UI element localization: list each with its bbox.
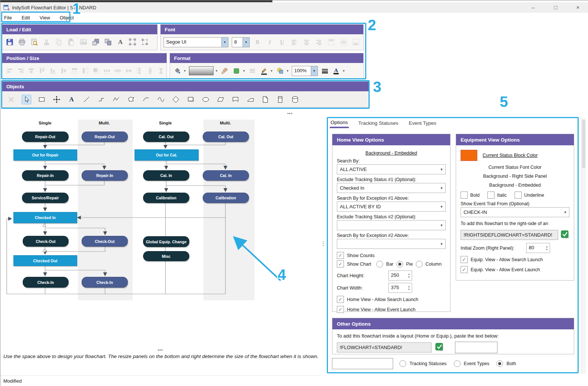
chart-type-pie-radio[interactable] bbox=[396, 261, 403, 268]
polygon-icon[interactable] bbox=[127, 95, 136, 104]
chevron-down-icon[interactable]: ▼ bbox=[183, 69, 186, 73]
elbow-line-icon[interactable] bbox=[97, 95, 106, 104]
chevron-down-icon[interactable]: ▼ bbox=[215, 69, 218, 73]
flow-node-cal-out[interactable]: Cal. Out bbox=[143, 132, 189, 142]
font-size-select[interactable]: 8 ▼ bbox=[232, 37, 250, 47]
chart-width-stepper[interactable]: 375▲▼ bbox=[388, 283, 412, 293]
chart-type-bar-radio[interactable] bbox=[376, 261, 383, 268]
transparency-icon[interactable] bbox=[276, 66, 285, 75]
flow-node-checked-out[interactable]: Checked Out bbox=[13, 255, 77, 266]
chevron-down-icon[interactable]: ▼ bbox=[342, 69, 345, 73]
flow-node-calibration[interactable]: Calibration bbox=[203, 193, 249, 203]
panel-splitter-handle[interactable]: ⋮ bbox=[320, 240, 326, 247]
chevron-down-icon[interactable]: ▼ bbox=[270, 69, 273, 73]
chevron-down-icon[interactable]: ▼ bbox=[286, 69, 289, 73]
scrollbar-thumb[interactable] bbox=[582, 120, 585, 168]
menu-edit[interactable]: Edit bbox=[22, 15, 30, 20]
filter-input[interactable] bbox=[332, 358, 393, 369]
close-button[interactable]: × bbox=[570, 2, 586, 12]
tab-event-types[interactable]: Event Types bbox=[408, 119, 437, 128]
tab-options[interactable]: Options bbox=[330, 118, 349, 127]
current-status-color-swatch[interactable] bbox=[461, 150, 477, 161]
current-status-block-color-link[interactable]: Current Status Block Color bbox=[483, 153, 538, 158]
underline-checkbox[interactable] bbox=[515, 192, 522, 199]
flow-node-check-out[interactable]: Check-Out bbox=[23, 236, 69, 247]
select-region-icon[interactable] bbox=[140, 38, 149, 47]
background-embedded-link[interactable]: Background - Embedded bbox=[366, 151, 417, 156]
flowchart-canvas[interactable]: SingleMulti.SingleMulti.Repair-OutRepair… bbox=[0, 111, 321, 353]
initial-zoom-stepper[interactable]: 80▲▼ bbox=[526, 243, 550, 253]
banner-icon[interactable] bbox=[231, 95, 240, 104]
canvas-top-resize-handle[interactable]: ••• bbox=[287, 111, 293, 116]
chart-height-stepper[interactable]: 250▲▼ bbox=[388, 270, 412, 281]
exception1-select[interactable]: ALL ACTIVE BY ID▼ bbox=[337, 202, 446, 212]
cylinder-icon[interactable] bbox=[291, 95, 300, 104]
select-all-icon[interactable] bbox=[128, 38, 137, 47]
text-icon[interactable]: A bbox=[67, 95, 76, 104]
diamond-icon[interactable] bbox=[171, 95, 180, 104]
bottom-tracking-statuses-radio[interactable] bbox=[399, 360, 406, 367]
search-by-select[interactable]: ALL ACTIVE▼ bbox=[337, 164, 446, 174]
rectangle-icon[interactable] bbox=[37, 95, 46, 104]
fill-color-icon[interactable] bbox=[232, 66, 241, 75]
italic-checkbox[interactable] bbox=[487, 192, 494, 199]
document-icon[interactable] bbox=[261, 95, 270, 104]
border-style-icon[interactable] bbox=[248, 66, 257, 75]
line-width-icon[interactable] bbox=[320, 66, 329, 75]
menu-view[interactable]: View bbox=[39, 15, 50, 20]
line-icon[interactable] bbox=[82, 95, 91, 104]
save-icon[interactable] bbox=[5, 38, 14, 47]
flow-node-check-out[interactable]: Check-Out bbox=[82, 236, 128, 247]
flow-node-cal-in[interactable]: Cal. In bbox=[203, 170, 249, 181]
flow-node-repair-in[interactable]: Repair-In bbox=[82, 170, 128, 181]
flow-node-out-for-repair[interactable]: Out for Repair bbox=[13, 149, 77, 161]
flow-node-misc[interactable]: Misc bbox=[143, 251, 189, 261]
ellipse-icon[interactable] bbox=[201, 95, 210, 104]
trapezoid-icon[interactable] bbox=[246, 95, 255, 104]
copy-snippet-button[interactable]: ✂ bbox=[561, 230, 569, 240]
current-status-font-color-link[interactable]: Current Status Font Color bbox=[489, 165, 541, 170]
chevron-down-icon[interactable]: ▼ bbox=[243, 69, 246, 73]
bottom-event-types-radio[interactable] bbox=[454, 360, 461, 367]
fill-bucket-icon[interactable] bbox=[173, 66, 182, 75]
arc-icon[interactable] bbox=[142, 95, 151, 104]
maximize-button[interactable]: □ bbox=[547, 2, 564, 12]
home-allow-search-checkbox[interactable] bbox=[337, 296, 344, 303]
zoom-select[interactable]: 100% ▼ bbox=[292, 66, 318, 76]
canvas-bottom-resize-handle[interactable]: ••• bbox=[158, 348, 163, 352]
chevron-down-icon[interactable]: ▼ bbox=[311, 66, 317, 76]
menu-file[interactable]: File bbox=[4, 15, 12, 20]
menu-object[interactable]: Object bbox=[60, 15, 74, 20]
rect-3d-icon[interactable] bbox=[186, 95, 195, 104]
send-to-back-icon[interactable] bbox=[104, 38, 113, 47]
panel-scrollbar[interactable] bbox=[581, 118, 586, 374]
show-chart-checkbox[interactable] bbox=[337, 260, 344, 268]
minimize-button[interactable]: – bbox=[525, 2, 541, 12]
equip-allow-search-checkbox[interactable] bbox=[461, 256, 468, 263]
equip-allow-event-checkbox[interactable] bbox=[461, 266, 468, 273]
bold-checkbox[interactable] bbox=[461, 192, 468, 199]
flow-node-global-equip-change[interactable]: Global Equip. Change bbox=[143, 236, 189, 247]
flow-node-check-in[interactable]: Check-In bbox=[23, 277, 69, 288]
zigzag-line-icon[interactable] bbox=[112, 95, 121, 104]
copy-snippet-button[interactable]: ✂ bbox=[435, 343, 444, 352]
pointer-icon[interactable] bbox=[22, 95, 31, 104]
font-color-icon[interactable]: A bbox=[332, 66, 341, 75]
flow-node-check-in[interactable]: Check-In bbox=[82, 277, 128, 288]
tab-tracking-statuses[interactable]: Tracking Statuses bbox=[358, 119, 399, 128]
flow-node-repair-out[interactable]: Repair-Out bbox=[82, 132, 128, 142]
event-trail-select[interactable]: CHECK-IN▼ bbox=[461, 207, 569, 217]
bring-to-front-icon[interactable] bbox=[91, 38, 100, 47]
flow-node-service-repair[interactable]: Service/Repair bbox=[22, 193, 69, 203]
parallelogram-icon[interactable] bbox=[216, 95, 225, 104]
flowchart-code-box[interactable]: !FLOWCHART=STANDARD! bbox=[337, 342, 431, 352]
background-right-side-link[interactable]: Background - Right Side Panel bbox=[483, 174, 547, 179]
background-embedded-eq-link[interactable]: Background - Embedded bbox=[489, 183, 541, 188]
flow-node-repair-in[interactable]: Repair-In bbox=[22, 170, 69, 181]
format-brush-icon[interactable] bbox=[221, 66, 230, 75]
curve-icon[interactable] bbox=[157, 95, 165, 104]
move-icon[interactable] bbox=[52, 95, 61, 104]
print-icon[interactable] bbox=[18, 38, 26, 47]
exception2-select[interactable]: ▼ bbox=[337, 239, 446, 249]
flow-node-calibration[interactable]: Calibration bbox=[143, 193, 189, 203]
